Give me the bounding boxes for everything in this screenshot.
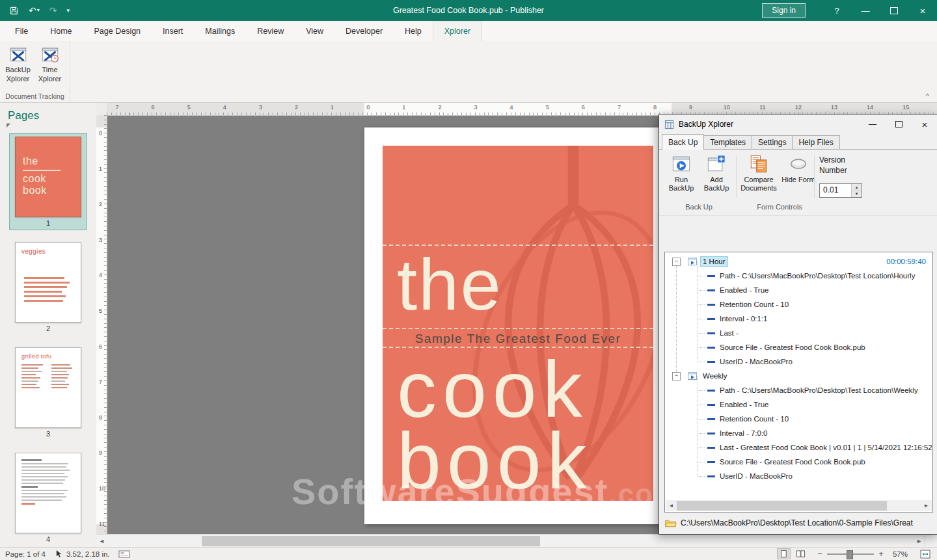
ruler-mark-h: 8 xyxy=(653,104,657,111)
property-dash-icon xyxy=(707,304,715,306)
redo-button[interactable]: ↷ xyxy=(49,6,57,15)
ribbon-tab-xplorer[interactable]: Xplorer xyxy=(433,21,482,41)
page-thumbnail-1[interactable]: thecookbook1 xyxy=(10,134,87,230)
pages-collapse-icon[interactable]: ◤ xyxy=(0,123,96,128)
tree-property-row[interactable]: Interval - 0:1:1 xyxy=(666,312,932,326)
add-backup-icon xyxy=(707,154,726,174)
tree-scroll-right-button[interactable]: ► xyxy=(921,503,932,509)
thumb-line xyxy=(51,377,68,379)
save-icon[interactable] xyxy=(9,6,19,16)
tree-property-row[interactable]: Source File - Greatest Food Cook Book.pu… xyxy=(666,455,932,469)
backup-window-titlebar[interactable]: BackUp Xplorer — × xyxy=(659,114,937,134)
tree-property-row[interactable]: Last - xyxy=(666,326,932,340)
scrollbar-track[interactable] xyxy=(107,535,914,548)
tree-property-row[interactable]: UserID - MacBookPro xyxy=(666,469,932,483)
tree-property-row[interactable]: Retention Count - 10 xyxy=(666,412,932,426)
tree-property-row[interactable]: Interval - 7:0:0 xyxy=(666,426,932,440)
tree-property-row[interactable]: UserID - MacBookPro xyxy=(666,354,932,369)
page-number: 3 xyxy=(46,428,50,440)
sign-in-button[interactable]: Sign in xyxy=(762,3,806,18)
tree-property-row[interactable]: Last - Greatest Food Cook Book | v0.01 |… xyxy=(666,440,932,455)
ruler-mark-v: 9 xyxy=(99,449,102,456)
ruler-mark-v: 10 xyxy=(99,485,105,492)
page-thumbnail-3[interactable]: grilled tofu3 xyxy=(10,345,87,440)
publication-page[interactable]: the Sample The Greatest Food Ever cook b… xyxy=(364,127,672,524)
scrollbar-thumb[interactable] xyxy=(202,536,540,546)
undo-button[interactable]: ↶▾ xyxy=(29,6,40,15)
help-button[interactable]: ? xyxy=(822,0,851,21)
spinner-down-icon[interactable]: ▼ xyxy=(852,191,862,198)
backup-tab-help-files[interactable]: Help Files xyxy=(792,135,839,150)
ribbon-tab-mailings[interactable]: Mailings xyxy=(194,21,246,41)
tree-property-label: Interval - 7:0:0 xyxy=(720,429,768,437)
tree-collapse-icon[interactable]: − xyxy=(672,258,681,266)
cover-thumb-line: the xyxy=(23,155,81,167)
run-backup-button[interactable]: Run BackUp xyxy=(664,154,698,193)
tree-scrollbar-track[interactable] xyxy=(677,500,921,511)
ruler-mark-h: 4 xyxy=(510,104,513,111)
backup-tab-templates[interactable]: Templates xyxy=(703,135,752,150)
ribbon-tab-insert[interactable]: Insert xyxy=(152,21,194,41)
scroll-left-button[interactable]: ◄ xyxy=(96,538,107,544)
thumb-line xyxy=(21,387,40,388)
ribbon-tab-developer[interactable]: Developer xyxy=(334,21,394,41)
page-indicator[interactable]: Page: 1 of 4 xyxy=(0,550,53,558)
collapse-ribbon-button[interactable]: ^ xyxy=(926,92,929,100)
backup-minimize-button[interactable]: — xyxy=(860,114,886,134)
tree-scroll-left-button[interactable]: ◄ xyxy=(666,503,677,509)
ribbon-tab-view[interactable]: View xyxy=(295,21,334,41)
close-button[interactable]: × xyxy=(908,0,937,21)
page-thumbnail-2[interactable]: veggies2 xyxy=(10,239,87,335)
zoom-in-button[interactable]: + xyxy=(876,549,886,559)
scroll-right-button[interactable]: ► xyxy=(914,538,925,544)
zoom-level[interactable]: 57% xyxy=(886,550,908,558)
cursor-position[interactable]: 3.52, 2.18 in. xyxy=(64,550,116,558)
backup-maximize-button[interactable] xyxy=(886,114,912,134)
zoom-out-button[interactable]: − xyxy=(815,549,824,559)
tree-property-row[interactable]: Enabled - True xyxy=(666,283,932,297)
backup-xplorer-button[interactable]: BackUp Xplorer xyxy=(3,43,33,84)
version-number-value[interactable]: 0.01 xyxy=(820,184,851,197)
tree-property-label: UserID - MacBookPro xyxy=(720,472,793,480)
tree-property-row[interactable]: Enabled - True xyxy=(666,397,932,412)
ribbon-tab-help[interactable]: Help xyxy=(394,21,433,41)
tree-node-weekly[interactable]: −Weekly xyxy=(666,369,932,383)
ribbon-tab-file[interactable]: File xyxy=(4,21,39,41)
zoom-slider-thumb[interactable] xyxy=(847,550,853,559)
backup-tab-back-up[interactable]: Back Up xyxy=(662,134,704,150)
property-dash-icon xyxy=(707,318,715,320)
tree-property-label: Last - xyxy=(720,329,739,337)
fit-page-button[interactable] xyxy=(920,550,930,559)
tree-property-row[interactable]: Path - C:\Users\MacBookPro\Desktop\Test … xyxy=(666,269,932,283)
ribbon-tab-page-design[interactable]: Page Design xyxy=(83,21,152,41)
maximize-button[interactable] xyxy=(880,0,908,21)
time-xplorer-button[interactable]: Time Xplorer xyxy=(34,43,65,84)
tree-property-row[interactable]: Path - C:\Users\MacBookPro\Desktop\Test … xyxy=(666,383,932,397)
tree-node-1-hour[interactable]: −1 Hour00:00:59:40 xyxy=(666,254,932,269)
version-number-stepper[interactable]: 0.01 ▲ ▼ xyxy=(819,183,862,198)
backup-tab-settings[interactable]: Settings xyxy=(752,135,793,150)
tree-property-row[interactable]: Source File - Greatest Food Cook Book.pu… xyxy=(666,340,932,354)
ribbon-tab-review[interactable]: Review xyxy=(246,21,295,41)
tree-collapse-icon[interactable]: − xyxy=(672,372,681,380)
spinner-up-icon[interactable]: ▲ xyxy=(852,184,862,191)
hide-form-button[interactable]: Hide Form xyxy=(781,154,815,184)
page-thumbnail-4[interactable]: 4 xyxy=(10,450,87,546)
customize-qat-button[interactable]: ▾ xyxy=(66,8,70,14)
ruler-mark-h: 9 xyxy=(689,104,692,111)
zoom-slider[interactable] xyxy=(827,549,874,559)
add-backup-button[interactable]: Add BackUp xyxy=(699,154,733,193)
single-page-view-button[interactable] xyxy=(778,549,790,559)
minimize-button[interactable]: — xyxy=(851,0,880,21)
ribbon-tab-home[interactable]: Home xyxy=(39,21,83,41)
compare-documents-button[interactable]: Compare Documents xyxy=(739,154,779,193)
backup-close-button[interactable]: × xyxy=(912,114,937,134)
two-page-spread-view-button[interactable] xyxy=(794,549,808,559)
tree-scrollbar-thumb[interactable] xyxy=(677,501,887,511)
toolbar-separator xyxy=(736,155,737,198)
page-preview-1: thecookbook xyxy=(15,137,81,217)
object-size-icon[interactable] xyxy=(118,550,130,558)
ruler-mark-h: 12 xyxy=(795,104,802,111)
hide-form-icon xyxy=(789,154,808,174)
tree-property-row[interactable]: Retention Count - 10 xyxy=(666,297,932,312)
